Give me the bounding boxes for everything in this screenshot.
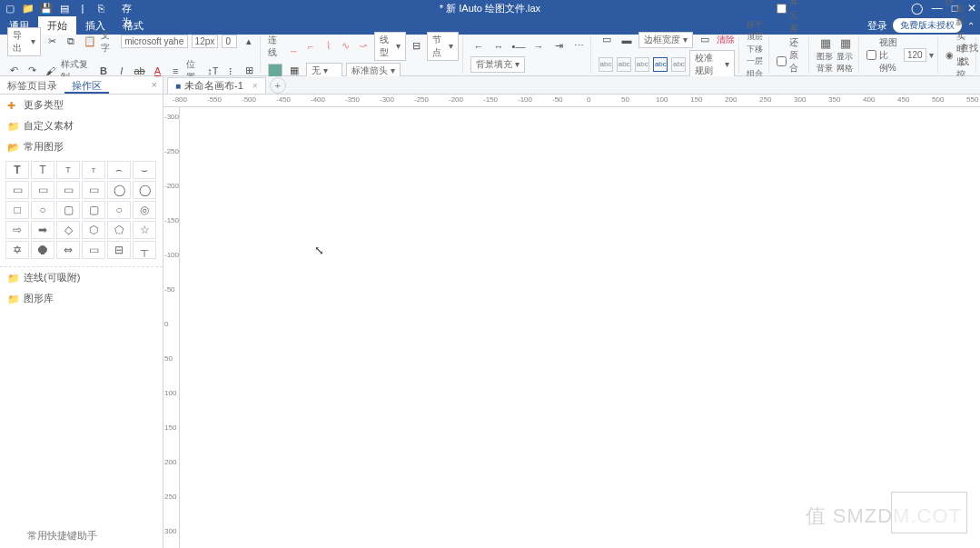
shape-arrow-fill[interactable]: ➡ — [31, 221, 54, 239]
border-style1-icon[interactable]: ▭ — [599, 32, 615, 48]
save-icon[interactable]: 💾 — [40, 2, 53, 15]
font-size-input[interactable]: 12px — [192, 35, 219, 48]
shape-rounded2[interactable]: ▢ — [82, 201, 105, 219]
arrow-left-icon[interactable]: ← — [470, 38, 487, 55]
close-tab-icon[interactable]: × — [252, 81, 258, 91]
user-icon[interactable]: ◯ — [911, 2, 923, 15]
text-box-style3[interactable]: abc — [635, 57, 649, 72]
shape-label-box4[interactable]: ▭ — [82, 181, 105, 199]
connector-curve-icon[interactable]: ∿ — [339, 38, 352, 55]
paste-icon[interactable]: 📋 — [83, 34, 98, 50]
align-rule-dropdown[interactable]: 校准规则▾ — [689, 50, 735, 79]
cut-icon[interactable]: ✂ — [45, 34, 60, 50]
sidebar-item-shape-lib[interactable]: 📁 图形库 — [0, 288, 163, 309]
shape-square[interactable]: □ — [5, 201, 29, 219]
shape-arrow-right[interactable]: ⇨ — [5, 221, 29, 239]
open-icon[interactable]: 📁 — [22, 2, 35, 15]
sidebar-close-icon[interactable]: × — [146, 76, 163, 94]
show-grid-button[interactable]: ▦ 显示网格 — [836, 36, 855, 75]
save-as-label[interactable]: 另存为 — [122, 2, 134, 15]
shape-text-small[interactable]: T — [56, 161, 80, 179]
shape-arrow-double[interactable]: ⇔ — [56, 241, 80, 259]
shape-octagon[interactable]: ⯃ — [31, 241, 54, 259]
view-ratio-dropdown-icon[interactable]: ▾ — [929, 50, 934, 60]
fill-clear-label[interactable]: 清除 — [717, 34, 735, 46]
save-as-icon[interactable]: ⎘ — [94, 2, 107, 15]
text-box-style1[interactable]: abc — [599, 57, 613, 72]
shape-tee[interactable]: ┬ — [133, 241, 156, 259]
new-icon[interactable]: ▢ — [4, 2, 16, 15]
border-width-dropdown[interactable]: 边框宽度 ▾ — [638, 32, 693, 48]
arrow-both-icon[interactable]: ↔ — [490, 38, 507, 55]
shape-circle3[interactable]: ○ — [31, 201, 54, 219]
shape-circle4[interactable]: ○ — [107, 201, 131, 219]
login-link[interactable]: 登录 — [867, 19, 887, 33]
shape-star6[interactable]: ✡ — [5, 241, 29, 259]
shortcut-helper-link[interactable]: 常用快捷键助手 — [27, 529, 97, 543]
shape-pentagon[interactable]: ⬠ — [107, 221, 131, 239]
arrow-right-icon[interactable]: → — [530, 38, 547, 55]
border-color-icon[interactable]: ▭ — [697, 32, 713, 48]
copy-icon[interactable]: ⧉ — [64, 34, 79, 50]
shape-circle2[interactable]: ◯ — [133, 181, 156, 199]
shape-text-tiny[interactable]: T — [82, 161, 105, 179]
text-unit-dropdown[interactable]: 背景填充▾ — [470, 56, 525, 73]
shape-curve-left[interactable]: ⌢ — [107, 161, 131, 179]
view-ratio-input[interactable]: 120 — [904, 48, 926, 62]
connector-zigzag-icon[interactable]: ⌇ — [322, 38, 335, 55]
shape-rounded1[interactable]: ▢ — [56, 201, 80, 219]
ruler-h-tick: -800 — [173, 95, 187, 104]
sidebar-item-more-types[interactable]: ✚ 更多类型 — [0, 95, 163, 115]
add-tab-button[interactable]: + — [270, 77, 286, 94]
font-family-input[interactable]: microsoft yahe — [121, 35, 187, 48]
restore-merge-checkbox[interactable] — [777, 56, 787, 66]
shape-label-box3[interactable]: ▭ — [56, 181, 80, 199]
shape-label-box2[interactable]: ▭ — [31, 181, 54, 199]
sidebar-tab-workspace[interactable]: 操作区 — [64, 76, 109, 94]
border-style2-icon[interactable]: ▬ — [619, 32, 635, 48]
minimap-box[interactable] — [891, 492, 967, 533]
merge-elem-checkbox[interactable] — [777, 4, 787, 14]
indent-input[interactable]: 0 — [222, 35, 237, 48]
sidebar-item-common-shapes[interactable]: 📂 常用图形 — [0, 136, 163, 157]
arrow-dot-icon[interactable]: •— — [510, 38, 527, 55]
shape-note[interactable]: ▭ — [82, 241, 105, 259]
connector-straight-icon[interactable]: ⎯ — [287, 38, 301, 55]
arrow-seq-icon[interactable]: ⇥ — [550, 38, 567, 55]
sidebar-item-connectors[interactable]: 📁 连线(可吸附) — [0, 266, 163, 288]
font-inc-icon[interactable]: ▴ — [241, 34, 256, 50]
text-box-style5[interactable]: abc — [671, 57, 686, 72]
connector-arc-icon[interactable]: ⤻ — [356, 38, 370, 55]
canvas[interactable]: ⤡ — [180, 107, 980, 548]
shape-curve-right[interactable]: ⌣ — [133, 161, 156, 179]
bring-front-button[interactable]: 移于顶层 — [747, 19, 765, 43]
text-box-style4[interactable]: abc — [653, 57, 668, 72]
more-arrows-icon[interactable]: ⋯ — [570, 38, 587, 55]
line-endpoints-icon[interactable]: ⊟ — [410, 38, 423, 55]
shape-star[interactable]: ☆ — [133, 221, 156, 239]
node-dropdown[interactable]: 节点 ▾ — [427, 32, 459, 61]
minimize-icon[interactable]: — — [932, 2, 943, 15]
replace-button[interactable]: 找 — [960, 55, 978, 68]
print-icon[interactable]: ▤ — [58, 2, 71, 15]
connector-elbow-icon[interactable]: ⌐ — [304, 38, 318, 55]
shape-split[interactable]: ⊟ — [107, 241, 131, 259]
full-refresh-button[interactable]: 全局刷新 — [955, 0, 972, 28]
find-button[interactable]: 查找 — [960, 42, 978, 55]
view-ratio-checkbox[interactable] — [866, 50, 876, 60]
sidebar-item-custom-assets[interactable]: 📁 自定义素材 — [0, 115, 163, 136]
shape-ring[interactable]: ◎ — [133, 201, 156, 219]
sidebar-tab-toc[interactable]: 标签页目录 — [0, 76, 64, 94]
export-dropdown[interactable]: 导出 ▾ — [7, 27, 41, 56]
shape-text-bold[interactable]: T — [5, 161, 29, 179]
line-style-dropdown[interactable]: 线型 ▾ — [374, 32, 406, 61]
shape-circle1[interactable]: ◯ — [107, 181, 131, 199]
view-bg-button[interactable]: ▦ 图形背景 — [817, 36, 835, 75]
shape-label-box1[interactable]: ▭ — [5, 181, 29, 199]
shape-diamond[interactable]: ◇ — [56, 221, 80, 239]
text-box-style2[interactable]: abc — [617, 57, 631, 72]
shape-hexagon[interactable]: ⬡ — [82, 221, 105, 239]
send-back-button[interactable]: 下移一层 — [747, 44, 765, 67]
shape-text[interactable]: T — [31, 161, 54, 179]
document-tab[interactable]: ■ 未命名画布-1 × — [167, 77, 266, 94]
